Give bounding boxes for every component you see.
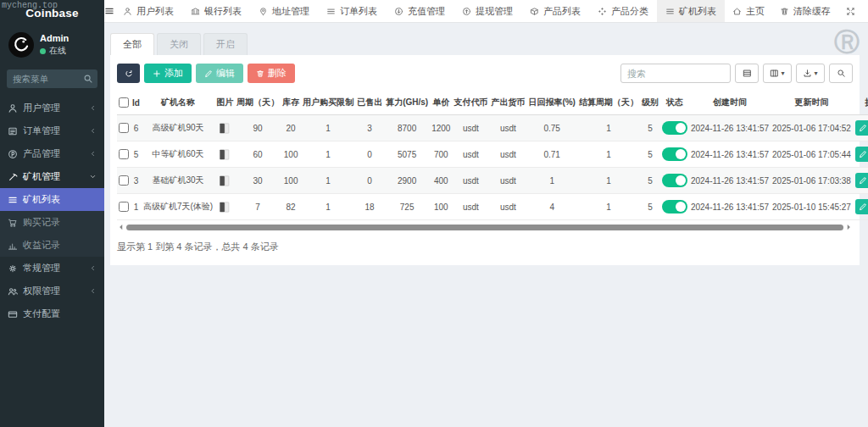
- topnav-item-order-list[interactable]: 订单列表: [318, 0, 386, 22]
- cell-updated-at: 2025-01-06 17:03:38: [771, 168, 853, 194]
- view-toggle-button[interactable]: [735, 64, 759, 83]
- column-header[interactable]: 算力(GH/s): [384, 91, 430, 115]
- cell-buy-limit: 1: [301, 115, 355, 141]
- status-toggle[interactable]: [662, 121, 687, 135]
- columns-button[interactable]: ▾: [763, 64, 792, 83]
- cell-id: 6: [131, 115, 142, 141]
- topnav-item-user-list[interactable]: 用户列表: [114, 0, 182, 22]
- row-checkbox[interactable]: [119, 202, 129, 212]
- bank-icon: [191, 7, 200, 16]
- chevron-left-icon: [89, 287, 97, 295]
- table-header-row: Id矿机名称图片周期（天）库存用户购买限制已售出算力(GH/s)单价支付代币产出…: [117, 91, 868, 115]
- cell-sold: 0: [355, 141, 384, 168]
- column-header[interactable]: 库存: [281, 91, 301, 115]
- export-button[interactable]: ▾: [796, 64, 825, 83]
- topnav-item-address-manage[interactable]: 地址管理: [250, 0, 318, 22]
- cell-level: 5: [640, 141, 660, 168]
- topnav-item-withdraw-manage[interactable]: 提现管理: [453, 0, 521, 22]
- tab-open[interactable]: 开启: [203, 33, 248, 55]
- sidebar-item-user-management[interactable]: 用户管理: [0, 97, 104, 119]
- column-header[interactable]: 单价: [430, 91, 452, 115]
- sidebar-item-miner-list[interactable]: 矿机列表: [0, 188, 104, 211]
- home-link[interactable]: 主页: [725, 0, 772, 22]
- row-edit-button[interactable]: [855, 147, 868, 162]
- column-header[interactable]: 结算周期（天）: [577, 91, 640, 115]
- grid-icon: [743, 69, 752, 78]
- edit-button[interactable]: 编辑: [196, 64, 243, 83]
- column-header[interactable]: Id: [131, 91, 142, 115]
- sidebar-item-purchase-records[interactable]: 购买记录: [0, 211, 104, 234]
- toggle-knob: [676, 202, 686, 212]
- sidebar-item-payment-config[interactable]: 支付配置: [0, 302, 104, 325]
- clear-cache-link[interactable]: 清除缓存: [772, 0, 838, 22]
- column-header[interactable]: 图片: [214, 91, 235, 115]
- column-header[interactable]: 日回报率(%): [526, 91, 577, 115]
- sidebar-item-label: 支付配置: [23, 308, 97, 320]
- plus-icon: [153, 69, 161, 78]
- cell-pay-token: usdt: [452, 194, 489, 220]
- status-toggle[interactable]: [662, 147, 687, 161]
- sidebar-item-earnings-records[interactable]: 收益记录: [0, 234, 104, 257]
- column-header[interactable]: 产出货币: [489, 91, 526, 115]
- sidebar-search-button[interactable]: [79, 69, 97, 88]
- sidebar-item-general-management[interactable]: 常规管理: [0, 257, 104, 280]
- cell-output-coin: usdt: [489, 194, 526, 220]
- topnav-item-label: 产品列表: [543, 5, 581, 18]
- row-edit-button[interactable]: [855, 173, 868, 188]
- topnav-item-miner-list[interactable]: 矿机列表: [657, 0, 725, 22]
- tab-closed[interactable]: 关闭: [157, 33, 201, 55]
- column-header[interactable]: 矿机名称: [142, 91, 214, 115]
- pencil-icon: [204, 69, 213, 78]
- tab-all[interactable]: 全部: [110, 33, 154, 55]
- scroll-right-arrow-icon[interactable]: [844, 223, 853, 231]
- refresh-button[interactable]: [117, 64, 140, 83]
- scroll-left-arrow-icon[interactable]: [117, 223, 125, 231]
- sidebar-search-input[interactable]: [7, 69, 79, 88]
- topnav-item-product-category[interactable]: 产品分类: [589, 0, 657, 22]
- topnav-item-bank-list[interactable]: 银行列表: [182, 0, 250, 22]
- table-search-input[interactable]: [620, 64, 731, 83]
- status-toggle[interactable]: [662, 174, 687, 187]
- scrollbar-thumb[interactable]: [126, 225, 843, 230]
- row-edit-button[interactable]: [855, 199, 868, 214]
- table-row: 6高级矿机90天 90201387001200usdtusdt0.7515202…: [117, 115, 868, 141]
- sidebar-item-order-management[interactable]: 订单管理: [0, 119, 104, 142]
- status-toggle[interactable]: [662, 200, 687, 214]
- row-edit-button[interactable]: [855, 120, 868, 136]
- column-header[interactable]: 更新时间: [771, 91, 853, 115]
- column-header[interactable]: 级别: [640, 91, 660, 115]
- select-all-checkbox[interactable]: [119, 97, 129, 108]
- topnav-item-label: 订单列表: [340, 5, 377, 18]
- list-icon: [8, 195, 18, 205]
- row-checkbox[interactable]: [119, 175, 129, 186]
- sidebar-item-label: 权限管理: [23, 285, 84, 297]
- sidebar-item-miner-management[interactable]: 矿机管理: [0, 165, 104, 188]
- menu-toggle-button[interactable]: [104, 0, 114, 22]
- topnav-item-product-list[interactable]: 产品列表: [521, 0, 589, 22]
- horizontal-scrollbar[interactable]: [117, 223, 853, 231]
- sidebar-item-permission-management[interactable]: 权限管理: [0, 280, 104, 302]
- row-checkbox[interactable]: [119, 123, 129, 133]
- column-header[interactable]: 创建时间: [689, 91, 771, 115]
- cell-created-at: 2024-11-26 13:41:57: [689, 168, 771, 194]
- fullscreen-button[interactable]: [838, 0, 863, 22]
- miner-image: [216, 174, 233, 188]
- add-button[interactable]: 添加: [144, 64, 192, 83]
- column-header[interactable]: 已售出: [355, 91, 384, 115]
- column-header[interactable]: 周期（天）: [235, 91, 281, 115]
- row-checkbox[interactable]: [119, 149, 129, 159]
- column-header[interactable]: 用户购买限制: [301, 91, 355, 115]
- sidebar-item-label: 用户管理: [23, 102, 84, 114]
- caret-down-icon: ▾: [814, 70, 817, 77]
- cell-pay-token: usdt: [452, 141, 489, 168]
- search-button[interactable]: [829, 64, 853, 83]
- topnav-item-recharge-manage[interactable]: 充值管理: [386, 0, 453, 22]
- user-menu[interactable]: Admin: [863, 0, 868, 22]
- cell-checkbox: [117, 168, 131, 194]
- column-header[interactable]: 操作: [853, 91, 868, 115]
- column-header[interactable]: 状态: [660, 91, 689, 115]
- delete-button[interactable]: 删除: [248, 64, 295, 83]
- column-header[interactable]: 支付代币: [452, 91, 489, 115]
- sidebar-item-product-management[interactable]: 产品管理: [0, 142, 104, 165]
- table-body: 6高级矿机90天 90201387001200usdtusdt0.7515202…: [117, 115, 868, 220]
